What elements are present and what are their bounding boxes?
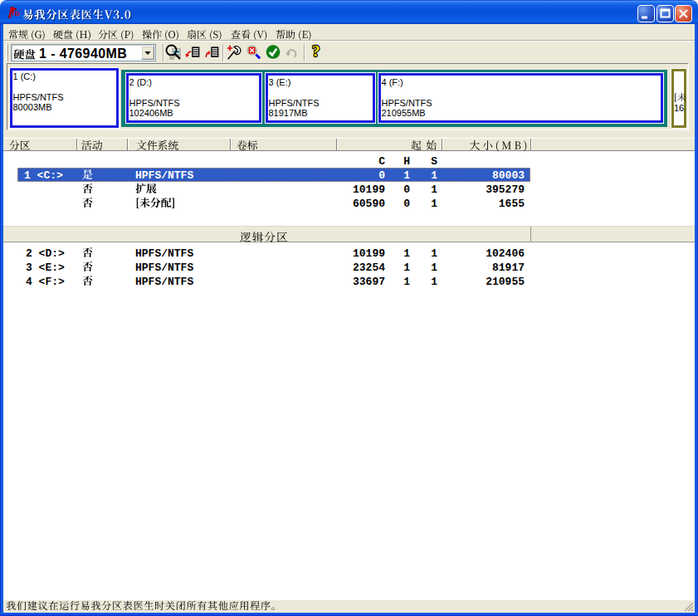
svg-text:TD: TD [11,10,20,17]
svg-text:?: ? [312,42,320,60]
